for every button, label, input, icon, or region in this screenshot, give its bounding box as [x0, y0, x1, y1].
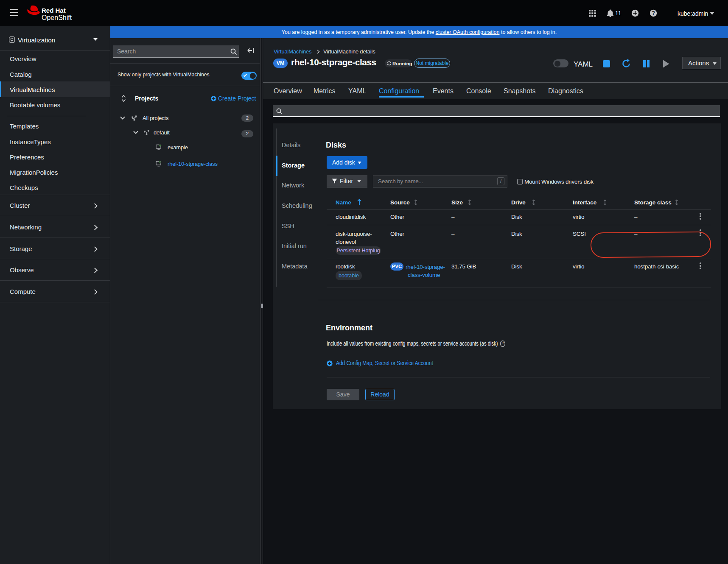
svg-text:?: ?	[652, 10, 655, 16]
svg-text:?: ?	[502, 341, 504, 346]
